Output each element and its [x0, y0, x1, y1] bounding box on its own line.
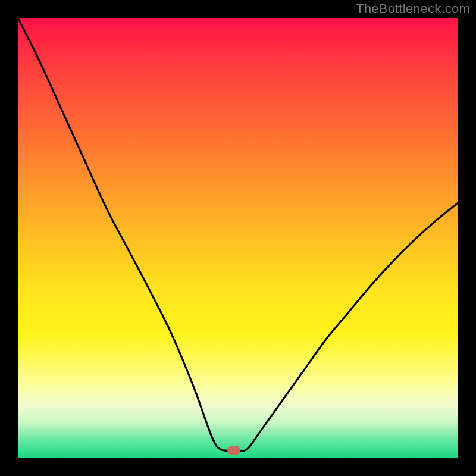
- chart-frame: TheBottleneck.com: [0, 0, 476, 476]
- optimum-marker: [227, 446, 240, 455]
- bottleneck-curve: [18, 18, 458, 458]
- plot-area: [18, 18, 458, 458]
- watermark-text: TheBottleneck.com: [356, 1, 470, 17]
- curve-path: [18, 18, 458, 451]
